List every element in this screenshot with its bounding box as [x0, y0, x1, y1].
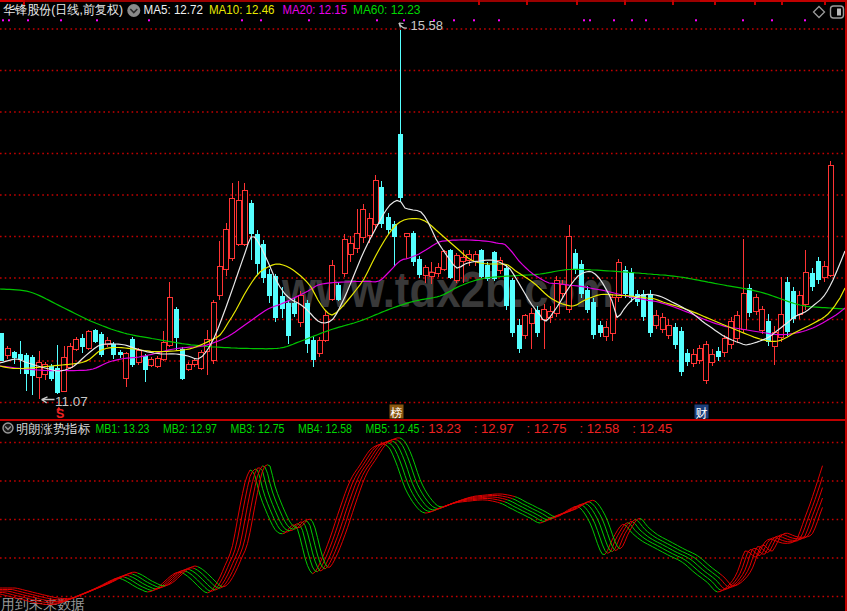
svg-text:: 12.45: : 12.45: [632, 422, 672, 436]
svg-text:: 13.23: : 13.23: [421, 422, 461, 436]
svg-text:MB1: 13.23: MB1: 13.23: [96, 422, 150, 436]
svg-text:明朗涨势指标: 明朗涨势指标: [16, 422, 91, 436]
svg-text:MA5: 12.72: MA5: 12.72: [144, 3, 204, 17]
svg-text:: 12.58: : 12.58: [579, 422, 619, 436]
svg-text:MB2: 12.97: MB2: 12.97: [163, 422, 217, 436]
svg-text:MB3: 12.75: MB3: 12.75: [231, 422, 285, 436]
svg-text:华锋股份(日线,前复权): 华锋股份(日线,前复权): [3, 3, 123, 17]
svg-text:15.58: 15.58: [411, 18, 444, 33]
svg-text:: 12.75: : 12.75: [527, 422, 567, 436]
svg-text:MA20: 12.15: MA20: 12.15: [283, 3, 348, 17]
svg-text:11.07: 11.07: [55, 394, 88, 409]
svg-text:榜: 榜: [390, 406, 403, 420]
svg-text:: 12.97: : 12.97: [474, 422, 514, 436]
svg-text:MB4: 12.58: MB4: 12.58: [298, 422, 352, 436]
svg-text:MA60: 12.23: MA60: 12.23: [353, 3, 421, 17]
svg-text:MB5: 12.45: MB5: 12.45: [366, 422, 420, 436]
svg-text:MA10: 12.46: MA10: 12.46: [209, 3, 275, 17]
svg-text:财: 财: [696, 406, 708, 420]
